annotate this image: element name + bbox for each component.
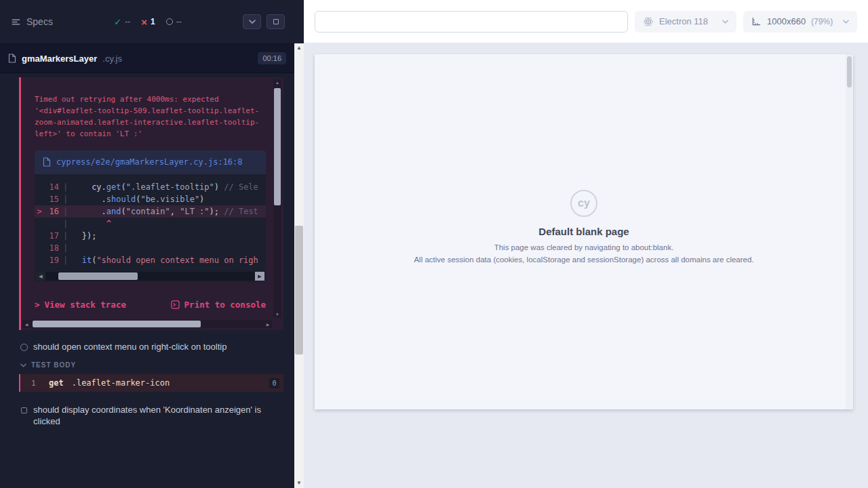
pending-count: -- — [176, 17, 182, 26]
error-vscroll-track[interactable] — [273, 86, 281, 311]
print-to-console-button[interactable]: Print to console — [171, 300, 266, 310]
scroll-right-icon[interactable]: ▶ — [264, 322, 272, 327]
command-method: get — [49, 378, 64, 388]
code-line: >16| .and("contain", "LT :"); // Test — [35, 205, 266, 218]
scroll-left-icon[interactable]: ◀ — [22, 322, 31, 327]
command-log-entry[interactable]: 1 get .leaflet-marker-icon 0 — [19, 374, 283, 392]
test-stats: ✓ -- × 1 -- — [114, 17, 181, 27]
scroll-down-icon[interactable]: ▼ — [294, 479, 304, 488]
running-test-icon — [20, 343, 28, 353]
spec-name: gmaMarkersLayer — [22, 54, 97, 64]
cypress-logo: cy — [570, 190, 597, 217]
error-message: Timed out retrying after 4000ms: expecte… — [35, 94, 266, 140]
viewport-size: 1000x660 — [767, 16, 806, 26]
code-horizontal-scrollbar[interactable]: ◀ ▶ — [36, 272, 264, 281]
spec-extension: .cy.js — [102, 54, 122, 64]
code-scroll-thumb[interactable] — [58, 272, 138, 280]
code-line: 18| — [35, 242, 266, 254]
document-icon — [8, 54, 16, 63]
specs-menu-button[interactable]: Specs — [11, 16, 53, 27]
view-stack-trace-label: View stack trace — [45, 300, 126, 310]
pending-test-icon — [20, 406, 28, 416]
collapse-tests-button[interactable] — [243, 14, 261, 29]
test-item-pending[interactable]: should display coordinates when 'Koordin… — [19, 404, 283, 427]
reporter-scrollbar[interactable]: ▲ ▼ — [294, 43, 304, 488]
error-vscroll-thumb[interactable] — [274, 88, 281, 205]
console-icon — [171, 300, 180, 309]
viewport-icon — [751, 16, 762, 26]
code-line: 14| cy.get(".leaflet-tooltip") // Sele — [35, 181, 266, 193]
stat-failed: × 1 — [141, 17, 155, 27]
code-lines: 14| cy.get(".leaflet-tooltip") // Sele 1… — [35, 174, 266, 269]
command-number: 1 — [31, 379, 49, 388]
stat-pending: -- — [166, 17, 182, 26]
viewport-scale: (79%) — [811, 17, 837, 26]
code-line: 15| .should("be.visible") — [35, 193, 266, 205]
stage-panel: Electron 118 1000x660 (79%) cy — [304, 0, 868, 488]
blank-page-line2: All active session data (cookies, localS… — [315, 256, 853, 264]
specs-list-icon — [11, 17, 21, 27]
view-stack-trace-link[interactable]: > View stack trace — [35, 300, 126, 310]
aut-scroll-thumb[interactable] — [847, 56, 852, 87]
browser-label: Electron 118 — [659, 16, 717, 26]
code-frame: cypress/e2e/gmaMarkersLayer.cy.js:16:8 1… — [35, 150, 266, 282]
error-actions: > View stack trace Print to console — [35, 300, 266, 310]
code-line: 17| }); — [35, 230, 266, 242]
test-item-running[interactable]: should open context menu on right-click … — [19, 341, 283, 353]
reporter-content: Timed out retrying after 4000ms: expecte… — [0, 73, 294, 427]
browser-selector[interactable]: Electron 118 — [635, 11, 736, 33]
aut-iframe: cy Default blank page This page was clea… — [315, 54, 853, 409]
blank-page-title: Default blank page — [315, 226, 853, 237]
check-icon: ✓ — [114, 18, 121, 26]
scroll-left-icon[interactable]: ◀ — [36, 272, 45, 281]
test-error-block: Timed out retrying after 4000ms: expecte… — [19, 77, 283, 330]
reporter-inner: Specs ✓ -- × 1 -- — [0, 0, 294, 488]
spec-header[interactable]: gmaMarkersLayer .cy.js 00:16 — [0, 43, 294, 73]
stat-passed: ✓ -- — [114, 17, 130, 26]
test-title: should display coordinates when 'Koordin… — [33, 404, 277, 427]
error-hscroll-track[interactable] — [31, 320, 264, 328]
chevron-down-icon — [722, 20, 728, 24]
file-icon — [43, 157, 51, 167]
spec-duration-badge: 00:16 — [258, 52, 286, 64]
stage-main: cy Default blank page This page was clea… — [304, 43, 868, 488]
aut-scrollbar[interactable] — [846, 54, 853, 409]
scroll-up-icon[interactable]: ▲ — [294, 43, 304, 53]
test-body-label: TEST BODY — [31, 361, 76, 369]
chevron-down-icon — [20, 363, 26, 367]
passed-count: -- — [125, 17, 130, 26]
scroll-right-icon[interactable]: ▶ — [255, 272, 264, 281]
chevron-down-icon — [249, 20, 256, 24]
scroll-up-icon[interactable]: ▲ — [275, 79, 279, 86]
blank-page-line1: This page was cleared by navigating to a… — [315, 243, 853, 252]
blank-page-message: cy Default blank page This page was clea… — [315, 54, 853, 264]
failed-count: 1 — [151, 17, 155, 26]
reporter-header: Specs ✓ -- × 1 -- — [0, 0, 294, 43]
specs-label: Specs — [26, 16, 53, 27]
url-input[interactable] — [315, 11, 628, 33]
pending-circle-icon — [166, 18, 173, 26]
reporter-header-buttons — [243, 14, 285, 29]
code-line: 19| it("should open context menu on righ — [35, 254, 266, 266]
command-message: .leaflet-marker-icon — [72, 378, 269, 388]
command-count-badge: 0 — [269, 378, 279, 388]
test-title: should open context menu on right-click … — [33, 341, 226, 352]
error-hscroll-thumb[interactable] — [33, 321, 201, 327]
code-scroll-track[interactable] — [45, 272, 255, 281]
reporter-scroll-thumb[interactable] — [295, 226, 303, 354]
chevron-down-icon — [843, 20, 849, 24]
chevron-right-icon: > — [35, 300, 40, 310]
scroll-down-icon[interactable]: ▼ — [275, 311, 279, 318]
code-frame-file-link[interactable]: cypress/e2e/gmaMarkersLayer.cy.js:16:8 — [35, 150, 266, 174]
test-body-toggle[interactable]: TEST BODY — [19, 361, 283, 369]
file-link-text: cypress/e2e/gmaMarkersLayer.cy.js:16:8 — [56, 157, 243, 168]
stop-icon — [273, 19, 279, 24]
reporter-panel: Specs ✓ -- × 1 -- — [0, 0, 304, 488]
cypress-runner: Specs ✓ -- × 1 -- — [0, 0, 868, 488]
error-vertical-scrollbar[interactable]: ▲ ▼ — [273, 79, 281, 318]
code-line: | ^ — [35, 218, 266, 230]
stage-header: Electron 118 1000x660 (79%) — [304, 0, 868, 43]
error-horizontal-scrollbar[interactable]: ◀ ▶ — [22, 320, 272, 328]
stop-button[interactable] — [267, 14, 285, 29]
viewport-selector[interactable]: 1000x660 (79%) — [743, 11, 857, 33]
